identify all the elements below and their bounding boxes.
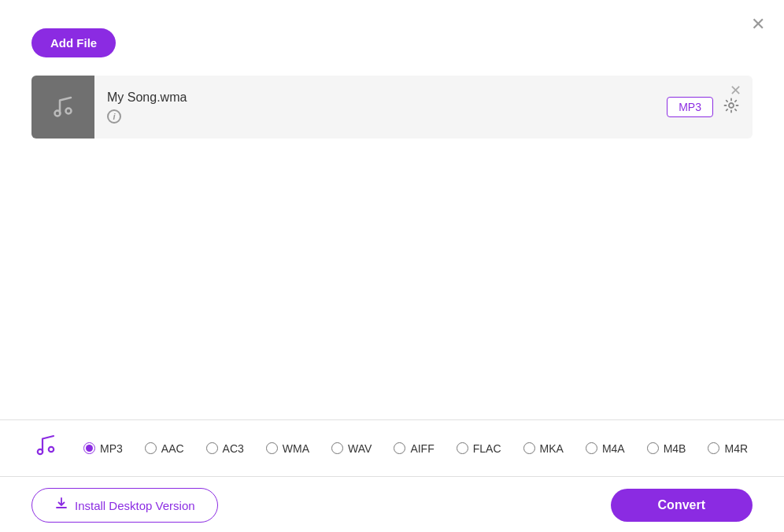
install-desktop-button[interactable]: Install Desktop Version <box>31 488 218 523</box>
settings-icon[interactable] <box>723 97 740 118</box>
format-radio-aac[interactable] <box>145 442 157 454</box>
format-option-aiff[interactable]: AIFF <box>394 442 434 455</box>
format-option-flac[interactable]: FLAC <box>457 442 501 455</box>
file-actions: MP3 <box>667 97 740 118</box>
format-label-wav: WAV <box>348 442 372 455</box>
format-radio-m4r[interactable] <box>708 442 719 454</box>
format-radio-flac[interactable] <box>457 442 468 454</box>
format-radio-wma[interactable] <box>266 442 278 454</box>
svg-point-3 <box>38 449 43 454</box>
format-label-ac3: AC3 <box>223 442 244 455</box>
format-label-mka: MKA <box>540 442 564 455</box>
format-label-aac: AAC <box>161 442 184 455</box>
format-option-ac3[interactable]: AC3 <box>206 442 244 455</box>
close-window-button[interactable]: ✕ <box>748 13 768 36</box>
format-label-m4b: M4B <box>664 442 686 455</box>
format-option-m4a[interactable]: M4A <box>586 442 625 455</box>
convert-button[interactable]: Convert <box>611 489 753 522</box>
svg-point-0 <box>55 111 61 116</box>
format-badge[interactable]: MP3 <box>667 97 713 117</box>
format-option-wma[interactable]: WMA <box>266 442 309 455</box>
svg-point-1 <box>66 109 72 114</box>
format-label-m4a: M4A <box>602 442 625 455</box>
format-label-flac: FLAC <box>473 442 501 455</box>
svg-point-2 <box>729 103 734 108</box>
file-info: My Song.wma i <box>107 91 667 124</box>
format-music-icon <box>31 431 60 465</box>
install-label: Install Desktop Version <box>75 499 195 512</box>
format-label-aiff: AIFF <box>410 442 434 455</box>
format-radio-m4b[interactable] <box>647 442 659 454</box>
format-selector-bar: MP3 AAC AC3 WMA WAV AIFF FLAC MKA <box>0 419 784 477</box>
music-note-icon <box>47 91 79 123</box>
format-option-aac[interactable]: AAC <box>145 442 184 455</box>
format-radio-aiff[interactable] <box>394 442 405 454</box>
format-label-wma: WMA <box>283 442 309 455</box>
format-radio-ac3[interactable] <box>206 442 218 454</box>
format-label-m4r: M4R <box>724 442 748 455</box>
info-icon[interactable]: i <box>107 109 121 124</box>
format-option-m4b[interactable]: M4B <box>647 442 686 455</box>
file-name: My Song.wma <box>107 91 667 105</box>
format-option-mka[interactable]: MKA <box>523 442 564 455</box>
format-option-mp3[interactable]: MP3 <box>83 442 123 455</box>
format-option-m4r[interactable]: M4R <box>708 442 748 455</box>
format-label-mp3: MP3 <box>100 442 123 455</box>
file-item: My Song.wma i MP3 ✕ <box>31 76 753 139</box>
file-remove-button[interactable]: ✕ <box>730 83 741 98</box>
file-thumbnail <box>31 76 94 139</box>
format-radio-mp3[interactable] <box>83 442 95 454</box>
format-radio-wav[interactable] <box>331 442 343 454</box>
svg-point-4 <box>49 447 54 452</box>
format-radio-mka[interactable] <box>523 442 535 454</box>
add-file-button[interactable]: Add File <box>31 28 116 57</box>
format-radio-m4a[interactable] <box>586 442 597 454</box>
download-icon <box>54 497 68 514</box>
bottom-bar: Install Desktop Version Convert <box>0 478 784 532</box>
format-options: MP3 AAC AC3 WMA WAV AIFF FLAC MKA <box>83 442 748 455</box>
file-list: My Song.wma i MP3 ✕ <box>31 76 753 406</box>
format-option-wav[interactable]: WAV <box>331 442 372 455</box>
